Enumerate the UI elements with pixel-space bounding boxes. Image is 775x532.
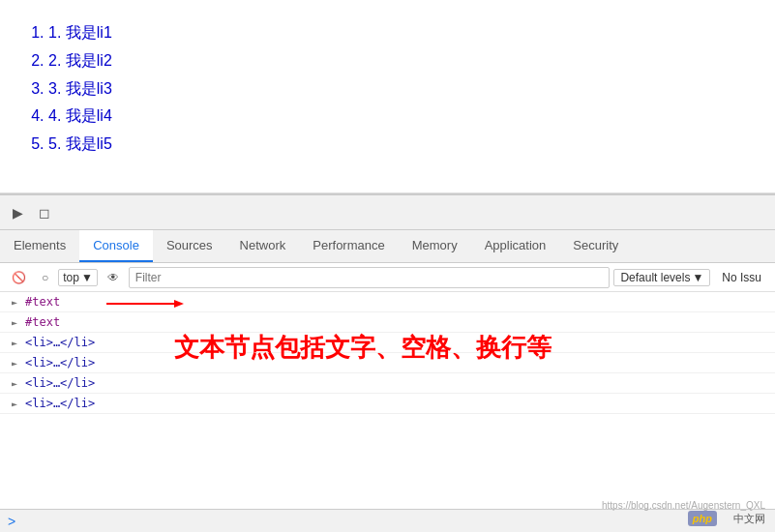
tab-performance[interactable]: Performance [299, 230, 398, 262]
node-li-1: <li>…</li> [25, 336, 95, 349]
tab-application[interactable]: Application [471, 230, 560, 262]
tab-network[interactable]: Network [226, 230, 300, 262]
list-item-3: 3. 我是li3 [48, 75, 746, 103]
list: 1. 我是li1 2. 我是li2 3. 我是li3 4. 我是li4 5. 我… [29, 19, 746, 159]
eye-icon[interactable]: 👁 [102, 267, 125, 288]
node-li-3: <li>…</li> [25, 376, 95, 390]
filter-input[interactable] [129, 267, 611, 288]
top-label: top [63, 271, 79, 284]
node-li-4: <li>…</li> [25, 397, 95, 410]
expand-arrow-3[interactable]: ► [8, 336, 21, 349]
tab-elements[interactable]: Elements [0, 230, 79, 262]
default-levels-dropdown[interactable]: Default levels ▼ [613, 269, 710, 286]
tab-memory[interactable]: Memory [399, 230, 471, 262]
top-selector[interactable]: top ▼ [58, 269, 98, 286]
expand-arrow-1[interactable]: ► [8, 295, 21, 309]
expand-arrow-6[interactable]: ► [8, 397, 21, 410]
expand-arrow-2[interactable]: ► [8, 315, 21, 329]
cn-label: 中文网 [733, 512, 765, 526]
inspect-icon[interactable]: ▶ [4, 199, 31, 226]
node-text-1: #text [25, 295, 60, 309]
clear-console-button[interactable]: 🚫 [6, 267, 32, 288]
node-text-2: #text [25, 315, 60, 329]
no-filter-button[interactable]: ○ [36, 267, 54, 288]
console-caret[interactable]: > [8, 514, 15, 529]
devtools-tabs: Elements Console Sources Network Perform… [0, 230, 775, 263]
console-row-text1[interactable]: ► #text [0, 292, 775, 312]
browser-content: 1. 我是li1 2. 我是li2 3. 我是li3 4. 我是li4 5. 我… [0, 0, 775, 193]
php-badge: php [688, 511, 717, 526]
console-row-text2[interactable]: ► #text [0, 312, 775, 333]
default-levels-label: Default levels [620, 271, 690, 284]
top-dropdown-icon: ▼ [81, 271, 93, 284]
no-issues-label: No Issu [714, 271, 769, 284]
devtools-bottom: > [0, 509, 775, 532]
levels-dropdown-icon: ▼ [692, 271, 703, 284]
watermark: https://blog.csdn.net/Augenstern_QXL [602, 500, 765, 511]
tab-sources[interactable]: Sources [153, 230, 226, 262]
tab-console[interactable]: Console [79, 230, 153, 262]
list-item-2: 2. 我是li2 [48, 47, 746, 75]
console-row-li4[interactable]: ► <li>…</li> [0, 394, 775, 414]
console-output: ► #text ► #text ► <li>…</li> ► <li>…</li… [0, 292, 775, 509]
devtools-toolbar: ▶ ◻ [0, 195, 775, 230]
console-row-li3[interactable]: ► <li>…</li> [0, 373, 775, 394]
expand-arrow-5[interactable]: ► [8, 376, 21, 390]
list-item-5: 5. 我是li5 [48, 131, 746, 159]
svg-marker-1 [174, 300, 184, 308]
annotation-text: 文本节点包括文字、空格、换行等 [174, 331, 551, 365]
php-text: php [693, 513, 712, 524]
console-toolbar: 🚫 ○ top ▼ 👁 Default levels ▼ No Issu [0, 263, 775, 292]
devtools-panel: ▶ ◻ Elements Console Sources Network Per… [0, 193, 775, 532]
device-icon[interactable]: ◻ [31, 199, 58, 226]
tab-security[interactable]: Security [559, 230, 632, 262]
node-li-2: <li>…</li> [25, 356, 95, 369]
list-item-1: 1. 我是li1 [48, 19, 746, 47]
expand-arrow-4[interactable]: ► [8, 356, 21, 369]
list-item-4: 4. 我是li4 [48, 103, 746, 131]
red-arrow-svg [106, 296, 184, 311]
